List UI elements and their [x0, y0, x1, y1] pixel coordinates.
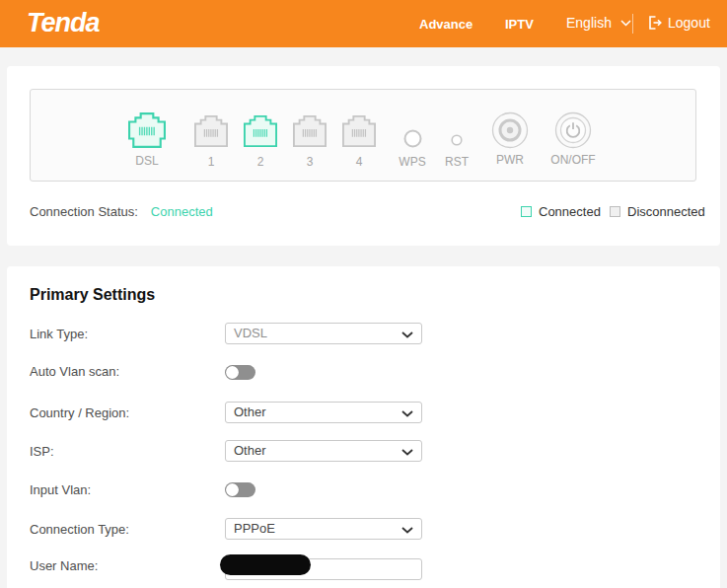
on-off-button: ON/OFF [544, 111, 603, 167]
redaction-bar [220, 554, 311, 575]
select-value: Other [234, 443, 266, 458]
rj45-port-icon [342, 113, 376, 149]
pwr-connector: PWR [480, 111, 540, 167]
connection-type-label: Connection Type: [30, 522, 129, 537]
reset-button-icon [451, 134, 463, 146]
logout-icon [647, 15, 663, 31]
toggle-knob [226, 366, 239, 379]
legend-label: Disconnected [627, 204, 705, 219]
disconnected-swatch-icon [610, 206, 620, 217]
chevron-down-icon [401, 331, 413, 338]
link-type-label: Link Type: [30, 327, 88, 341]
port-label: DSL [135, 154, 158, 168]
connection-type-select[interactable]: PPPoE [225, 518, 422, 540]
input-vlan-toggle[interactable] [225, 482, 255, 497]
select-value: VDSL [234, 326, 267, 340]
auto-vlan-scan-label: Auto Vlan scan: [30, 364, 119, 379]
port-label: 1 [208, 155, 215, 169]
port-label: 2 [257, 155, 264, 169]
country-region-select[interactable]: Other [225, 402, 422, 423]
rj45-port-icon [194, 113, 228, 149]
button-label: ON/OFF [550, 153, 595, 167]
link-type-select[interactable]: VDSL [225, 323, 422, 344]
connection-status-label: Connection Status: [30, 204, 138, 219]
chevron-down-icon [401, 449, 413, 456]
section-heading: Primary Settings [30, 286, 155, 304]
connection-status-value: Connected [151, 204, 213, 219]
legend-connected: Connected [521, 204, 601, 219]
nav-advance[interactable]: Advance [419, 17, 473, 32]
legend-label: Connected [539, 204, 601, 219]
port-label: 3 [307, 155, 314, 169]
toggle-knob [226, 483, 239, 496]
language-selector[interactable]: English [566, 15, 631, 31]
connected-swatch-icon [521, 206, 532, 217]
button-label: RST [445, 155, 469, 169]
legend-disconnected: Disconnected [610, 204, 705, 219]
isp-select[interactable]: Other [225, 440, 422, 462]
language-label: English [566, 15, 612, 31]
port-lan4: 4 [329, 113, 389, 169]
auto-vlan-scan-toggle[interactable] [225, 365, 255, 380]
country-region-label: Country / Region: [30, 405, 129, 420]
nav-iptv[interactable]: IPTV [505, 17, 534, 32]
rj45-port-icon-connected [244, 113, 277, 149]
chevron-down-icon [401, 527, 413, 534]
logout-button[interactable]: Logout [647, 15, 710, 31]
isp-label: ISP: [30, 444, 54, 459]
rst-button: RST [427, 134, 486, 169]
power-button-icon [554, 111, 592, 149]
wps-button-icon [403, 129, 422, 148]
connection-status: Connection Status: Connected [30, 204, 213, 219]
user-name-label: User Name: [30, 558, 98, 573]
select-value: PPPoE [234, 521, 275, 536]
port-dsl: DSL [117, 110, 177, 168]
rj45-port-icon-connected [128, 110, 166, 151]
top-header: Tenda Advance IPTV English Logout [0, 0, 727, 47]
port-label: 4 [356, 155, 363, 169]
logout-label: Logout [668, 15, 710, 31]
input-vlan-label: Input Vlan: [30, 482, 91, 497]
chevron-down-icon [620, 20, 631, 27]
primary-settings-card: Primary Settings Link Type: VDSL Auto Vl… [7, 266, 720, 588]
button-label: WPS [399, 155, 425, 169]
header-divider [632, 14, 633, 34]
router-ports-panel: DSL 1 2 3 [30, 89, 696, 182]
rj45-port-icon [293, 113, 327, 149]
tenda-logo: Tenda [27, 8, 100, 38]
device-status-card: DSL 1 2 3 [7, 66, 720, 246]
button-label: PWR [496, 153, 524, 167]
select-value: Other [234, 404, 266, 419]
chevron-down-icon [401, 410, 413, 417]
power-connector-icon [491, 111, 529, 149]
